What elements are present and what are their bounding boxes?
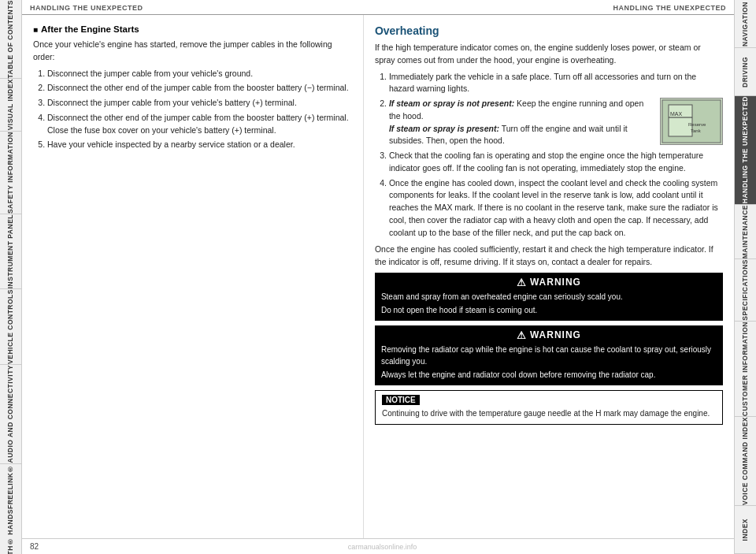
right-sidebar: NAVIGATION DRIVING HANDLING THE UNEXPECT… [734,0,756,554]
coolant-tank-image: MAX Reserve Tank [660,98,723,145]
sidebar-tab-toc-label: TABLE OF CONTENTS [6,0,14,78]
sidebar-tab-driving-label: DRIVING [741,57,749,87]
sidebar-tab-specifications[interactable]: SPECIFICATIONS [735,259,756,322]
warning-header-2: WARNING [381,329,717,341]
svg-text:Reserve: Reserve [688,122,706,127]
notice-box: NOTICE Continuing to drive with the temp… [375,390,723,425]
bottom-bar: 82 carmanualsonline.info [22,538,734,554]
top-bar-right-title: HANDLING THE UNEXPECTED [613,4,726,12]
list-item: Immediately park the vehicle in a safe p… [389,71,723,96]
sidebar-tab-visual-index[interactable]: VISUAL INDEX [0,79,21,131]
list-item: Disconnect the jumper cable from your ve… [47,68,352,80]
warning2-line1: Removing the radiator cap while the engi… [381,344,717,367]
sidebar-tab-voice-label: VOICE COMMAND INDEX [741,417,749,505]
left-intro: Once your vehicle's engine has started, … [33,39,352,64]
left-section-title: After the Engine Starts [33,24,352,34]
svg-text:Tank: Tank [691,128,702,133]
sidebar-tab-safety[interactable]: SAFETY INFORMATION [0,132,21,214]
sidebar-tab-bluetooth[interactable]: BLUETOOTH® HANDSFREELINK® [0,464,21,554]
notice-text: Continuing to drive with the temperature… [382,407,716,419]
sidebar-tab-navigation[interactable]: NAVIGATION [735,0,756,48]
list-item: MAX Reserve Tank If steam or spray is no… [389,98,723,147]
left-column: After the Engine Starts Once your vehicl… [22,15,364,538]
right-column: Overheating If the high temperature indi… [364,15,734,538]
coolant-svg: MAX Reserve Tank [661,99,722,144]
sidebar-tab-customer[interactable]: CUSTOMER INFORMATION [735,322,756,417]
list-item: Have your vehicle inspected by a nearby … [47,139,352,151]
warning2-line2: Always let the engine and radiator cool … [381,369,717,381]
sidebar-tab-audio-label: AUDIO AND CONNECTIVITY [6,365,14,463]
notice-header: NOTICE [382,395,420,405]
left-sidebar: TABLE OF CONTENTS VISUAL INDEX SAFETY IN… [0,0,22,554]
sidebar-tab-maintenance[interactable]: MAINTENANCE [735,205,756,259]
svg-text:MAX: MAX [670,111,683,117]
sidebar-tab-driving[interactable]: DRIVING [735,48,756,96]
sidebar-tab-vehicle[interactable]: VEHICLE CONTROLS [0,289,21,365]
sidebar-tab-vehicle-label: VEHICLE CONTROLS [6,289,14,364]
warning1-line2: Do not open the hood if steam is coming … [381,304,717,316]
warning-box-2: WARNING Removing the radiator cap while … [375,325,723,385]
svg-rect-1 [669,105,692,136]
list-item: Disconnect the other end of the jumper c… [47,82,352,95]
overheating-intro: If the high temperature indicator comes … [375,42,723,67]
overheating-title: Overheating [375,24,723,37]
list-item: Check that the cooling fan is operating … [389,150,723,175]
sidebar-tab-maintenance-label: MAINTENANCE [741,205,749,258]
sidebar-tab-specifications-label: SPECIFICATIONS [741,259,749,321]
list-item: Disconnect the jumper cable from your ve… [47,97,352,110]
sidebar-tab-safety-label: SAFETY INFORMATION [6,132,14,214]
warning-header-1: WARNING [381,277,717,288]
sidebar-tab-handling-label: HANDLING THE UNEXPECTED [741,96,749,203]
sidebar-tab-instrument[interactable]: INSTRUMENT PANEL [0,214,21,289]
sufficiency-text: Once the engine has cooled sufficiently,… [375,244,723,269]
top-bar: HANDLING THE UNEXPECTED HANDLING THE UNE… [22,0,734,15]
sidebar-tab-toc[interactable]: TABLE OF CONTENTS [0,0,21,79]
overheating-steps: Immediately park the vehicle in a safe p… [375,71,723,240]
top-bar-left-title: HANDLING THE UNEXPECTED [30,4,143,12]
sidebar-tab-instrument-label: INSTRUMENT PANEL [6,214,14,288]
sidebar-tab-handling[interactable]: HANDLING THE UNEXPECTED [735,96,756,204]
warning-box-1: WARNING Steam and spray from an overheat… [375,273,723,321]
list-item: Once the engine has cooled down, inspect… [389,177,723,240]
sidebar-tab-index[interactable]: INDEX [735,506,756,554]
content-columns: After the Engine Starts Once your vehicl… [22,15,734,538]
page-number: 82 [30,542,39,551]
sidebar-tab-navigation-label: NAVIGATION [741,2,749,46]
left-steps-list: Disconnect the jumper cable from your ve… [33,68,352,152]
warning1-line1: Steam and spray from an overheated engin… [381,291,717,303]
sidebar-tab-customer-label: CUSTOMER INFORMATION [741,322,749,416]
main-content: HANDLING THE UNEXPECTED HANDLING THE UNE… [22,0,734,554]
watermark: carmanualsonline.info [39,543,726,551]
step2-label-2: If steam or spray is present: [389,124,499,133]
sidebar-tab-voice[interactable]: VOICE COMMAND INDEX [735,417,756,506]
sidebar-tab-index-label: INDEX [741,519,749,541]
step2-label-1: If steam or spray is not present: [389,99,514,108]
list-item: Disconnect the other end of the jumper c… [47,112,352,137]
sidebar-tab-bluetooth-label: BLUETOOTH® HANDSFREELINK® [6,464,14,554]
sidebar-tab-audio[interactable]: AUDIO AND CONNECTIVITY [0,365,21,464]
sidebar-tab-visual-index-label: VISUAL INDEX [6,79,14,130]
